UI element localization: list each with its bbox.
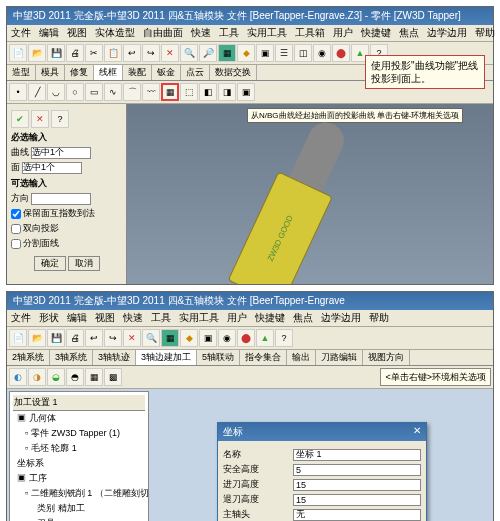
cam-icon[interactable]: ▦ xyxy=(85,368,103,386)
tool-icon[interactable]: 💾 xyxy=(47,329,65,347)
tool-icon[interactable]: ▣ xyxy=(199,329,217,347)
cam-icon[interactable]: ◓ xyxy=(66,368,84,386)
dialog-titlebar[interactable]: 坐标 ✕ xyxy=(218,423,426,441)
face-input[interactable] xyxy=(22,162,82,174)
tab[interactable]: 点云 xyxy=(181,65,210,80)
tool-icon[interactable]: ◧ xyxy=(199,83,217,101)
menu-item[interactable]: 形状 xyxy=(39,311,59,325)
tool-icon[interactable]: ▦ xyxy=(161,329,179,347)
dot-icon[interactable]: • xyxy=(9,83,27,101)
tool-icon[interactable]: 📂 xyxy=(28,329,46,347)
tool-icon[interactable]: ↪ xyxy=(142,44,160,62)
menu-item[interactable]: 工具 xyxy=(151,311,171,325)
menu-item[interactable]: 快捷键 xyxy=(361,26,391,40)
rect-icon[interactable]: ▭ xyxy=(85,83,103,101)
tool-icon[interactable]: 🖨 xyxy=(66,329,84,347)
input-name[interactable] xyxy=(293,449,421,461)
cam-icon[interactable]: ◑ xyxy=(28,368,46,386)
tool-icon[interactable]: ↩ xyxy=(85,329,103,347)
input-retract[interactable] xyxy=(293,494,421,506)
input-spindle[interactable] xyxy=(293,509,421,521)
tool-icon[interactable]: 🔍 xyxy=(142,329,160,347)
menu-item[interactable]: 快捷键 xyxy=(255,311,285,325)
menu-item[interactable]: 编辑 xyxy=(67,311,87,325)
tab[interactable]: 造型 xyxy=(7,65,36,80)
tool-icon[interactable]: ⬤ xyxy=(332,44,350,62)
tree-stock[interactable]: ▫ 毛坯 轮廓 1 xyxy=(13,441,145,456)
input-approach[interactable] xyxy=(293,479,421,491)
menu-item[interactable]: 文件 xyxy=(11,26,31,40)
tab[interactable]: 2轴系统 xyxy=(7,350,50,365)
viewport-3d[interactable]: 从N/BG曲线经起始曲面的投影曲线 单击右键-环境相关选项 ZW3D GOOD xyxy=(127,104,493,284)
cam-icon[interactable]: ◐ xyxy=(9,368,27,386)
input-safe-height[interactable] xyxy=(293,464,421,476)
tree-tool[interactable]: 刀具 xyxy=(13,516,145,521)
menu-item[interactable]: 边学边用 xyxy=(321,311,361,325)
menu-item[interactable]: 编辑 xyxy=(39,26,59,40)
cancel-button[interactable]: 取消 xyxy=(68,256,100,271)
tool-icon[interactable]: ◉ xyxy=(313,44,331,62)
tool-icon[interactable]: ▲ xyxy=(256,329,274,347)
arc-icon[interactable]: ◡ xyxy=(47,83,65,101)
tab[interactable]: 模具 xyxy=(36,65,65,80)
tool-icon[interactable]: ↪ xyxy=(104,329,122,347)
close-icon[interactable]: ✕ xyxy=(413,425,421,439)
tree-geometry[interactable]: ▣ 几何体 xyxy=(13,411,145,426)
tool-icon[interactable]: ⬚ xyxy=(180,83,198,101)
cb-keep-normal[interactable] xyxy=(11,209,21,219)
menu-item[interactable]: 帮助 xyxy=(475,26,495,40)
tool-icon[interactable]: ↩ xyxy=(123,44,141,62)
tree-operations[interactable]: ▣ 工序 xyxy=(13,471,145,486)
line-icon[interactable]: ╱ xyxy=(28,83,46,101)
curve-icon[interactable]: ⌒ xyxy=(123,83,141,101)
cb-split-face[interactable] xyxy=(11,239,21,249)
tool-icon[interactable]: ⬤ xyxy=(237,329,255,347)
tool-icon[interactable]: ▣ xyxy=(237,83,255,101)
tool-icon[interactable]: ✕ xyxy=(123,329,141,347)
tab[interactable]: 5轴联动 xyxy=(197,350,240,365)
tool-icon[interactable]: 🔎 xyxy=(199,44,217,62)
tree-op[interactable]: ▫ 二维雕刻铣削 1 （二维雕刻切削） xyxy=(13,486,145,501)
curve-input[interactable] xyxy=(31,147,91,159)
tab[interactable]: 3轴系统 xyxy=(50,350,93,365)
menu-item[interactable]: 文件 xyxy=(11,311,31,325)
tool-icon[interactable]: ◆ xyxy=(180,329,198,347)
tool-icon[interactable]: 💾 xyxy=(47,44,65,62)
tool-icon[interactable]: ◫ xyxy=(294,44,312,62)
direction-input[interactable] xyxy=(31,193,91,205)
tab[interactable]: 指令集合 xyxy=(240,350,287,365)
cancel-icon[interactable]: ✕ xyxy=(31,110,49,128)
ok-button[interactable]: 确定 xyxy=(34,256,66,271)
project-curve-button[interactable]: ▦ xyxy=(161,83,179,101)
menu-item[interactable]: 工具 xyxy=(219,26,239,40)
tool-icon[interactable]: ☰ xyxy=(275,44,293,62)
tree-part[interactable]: ▫ 零件 ZW3D Tapper (1) xyxy=(13,426,145,441)
tool-icon[interactable]: ? xyxy=(275,329,293,347)
tab[interactable]: 修复 xyxy=(65,65,94,80)
cb-bidirectional[interactable] xyxy=(11,224,21,234)
menu-item[interactable]: 焦点 xyxy=(293,311,313,325)
menu-item[interactable]: 快速 xyxy=(123,311,143,325)
menu-item[interactable]: 快速 xyxy=(191,26,211,40)
cam-icon[interactable]: ▩ xyxy=(104,368,122,386)
tab[interactable]: 数据交换 xyxy=(210,65,257,80)
tree-csys[interactable]: 坐标系 xyxy=(13,456,145,471)
tool-icon[interactable]: ▣ xyxy=(256,44,274,62)
tab[interactable]: 刀路编辑 xyxy=(316,350,363,365)
tab[interactable]: 钣金 xyxy=(152,65,181,80)
tool-icon[interactable]: 📄 xyxy=(9,329,27,347)
tool-icon[interactable]: ◆ xyxy=(237,44,255,62)
tool-icon[interactable]: ◨ xyxy=(218,83,236,101)
circle-icon[interactable]: ○ xyxy=(66,83,84,101)
menu-item[interactable]: 视图 xyxy=(67,26,87,40)
tool-icon[interactable]: 🔍 xyxy=(180,44,198,62)
menu-item[interactable]: 工具箱 xyxy=(295,26,325,40)
help-icon[interactable]: ? xyxy=(51,110,69,128)
tab[interactable]: 输出 xyxy=(287,350,316,365)
tab-active[interactable]: 线框 xyxy=(94,65,123,80)
menu-item[interactable]: 用户 xyxy=(227,311,247,325)
menu-item[interactable]: 帮助 xyxy=(369,311,389,325)
tool-icon[interactable]: 🖨 xyxy=(66,44,84,62)
tool-icon[interactable]: 📄 xyxy=(9,44,27,62)
menu-item[interactable]: 视图 xyxy=(95,311,115,325)
